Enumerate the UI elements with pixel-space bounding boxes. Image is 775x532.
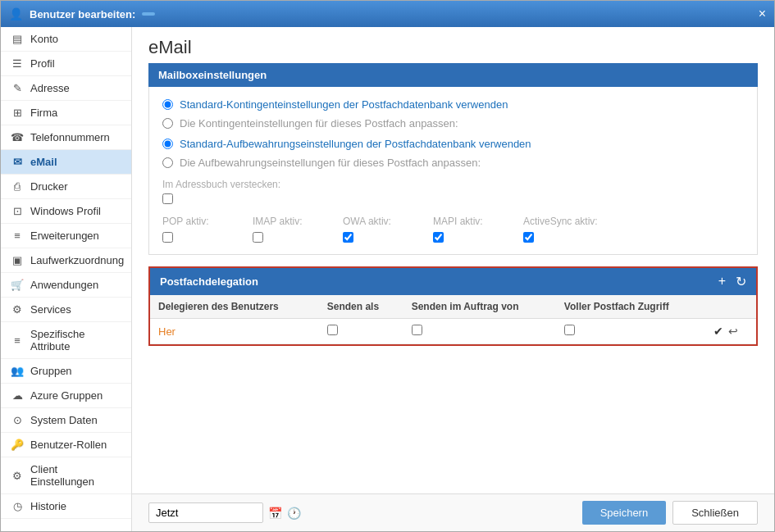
checkbox-0[interactable] bbox=[162, 232, 173, 243]
sidebar-label-client-einstellungen: Client Einstellungen bbox=[30, 463, 121, 488]
checkbox-col-label-2: OWA aktiv: bbox=[343, 216, 433, 227]
add-delegation-button[interactable]: + bbox=[718, 274, 726, 289]
telefonnummern-icon: ☎ bbox=[11, 131, 24, 143]
erweiterungen-icon: ≡ bbox=[11, 230, 24, 242]
voller-zugriff-0 bbox=[556, 319, 705, 344]
delegation-title: Postfachdelegation bbox=[160, 275, 258, 288]
checkbox-col-3: MAPI aktiv: bbox=[433, 216, 523, 243]
clock-icon[interactable]: 🕐 bbox=[287, 507, 301, 520]
sidebar-label-azure-gruppen: Azure Gruppen bbox=[30, 389, 103, 402]
checkbox-col-label-3: MAPI aktiv: bbox=[433, 216, 523, 227]
radio-kontingent-custom[interactable] bbox=[162, 118, 173, 129]
sidebar-item-windows-profil[interactable]: ⊡Windows Profil bbox=[1, 199, 131, 224]
email-icon: ✉ bbox=[11, 156, 24, 168]
radio-row-2: Die Kontingenteinstellungen für dieses P… bbox=[162, 117, 744, 130]
radio-aufbewahrung-custom[interactable] bbox=[162, 157, 173, 168]
col-header-2: Senden im Auftrag von bbox=[403, 295, 556, 319]
checkbox-3[interactable] bbox=[433, 232, 444, 243]
sidebar-item-services[interactable]: ⚙Services bbox=[1, 298, 131, 322]
main-window: 👤 Benutzer bearbeiten: × ▤Konto☰Profil✎A… bbox=[0, 0, 775, 532]
table-row: Her✔↩ bbox=[150, 319, 756, 344]
radio-label-1: Standard-Kontingenteinstellungen der Pos… bbox=[180, 98, 508, 111]
sidebar-label-services: Services bbox=[30, 303, 71, 316]
sidebar-item-telefonnummern[interactable]: ☎Telefonnummern bbox=[1, 125, 131, 150]
sidebar-item-firma[interactable]: ⊞Firma bbox=[1, 101, 131, 125]
col-header-1: Senden als bbox=[319, 295, 403, 319]
confirm-icon-0[interactable]: ✔ bbox=[713, 325, 723, 338]
sidebar-item-drucker[interactable]: ⎙Drucker bbox=[1, 175, 131, 199]
checkbox-col-0: POP aktiv: bbox=[162, 216, 253, 243]
checkboxes-grid: POP aktiv: IMAP aktiv: OWA aktiv: MAPI a… bbox=[162, 216, 744, 243]
profil-icon: ☰ bbox=[11, 57, 24, 70]
main-header: eMail bbox=[132, 27, 774, 63]
col-header-4 bbox=[705, 295, 756, 319]
voller-zugriff-cb-0[interactable] bbox=[564, 325, 575, 335]
senden-im-auftrag-cb-0[interactable] bbox=[412, 325, 422, 335]
sidebar-item-azure-gruppen[interactable]: ☁Azure Gruppen bbox=[1, 384, 131, 408]
hidden-field-row: Im Adressbuch verstecken: bbox=[162, 179, 744, 204]
page-title: eMail bbox=[148, 37, 758, 58]
sidebar-item-historie[interactable]: ◷Historie bbox=[1, 494, 131, 519]
checkbox-col-1: IMAP aktiv: bbox=[253, 216, 343, 243]
sidebar-item-profil[interactable]: ☰Profil bbox=[1, 52, 131, 76]
sidebar-item-system-daten[interactable]: ⊙System Daten bbox=[1, 408, 131, 433]
delegation-table: Delegieren des BenutzersSenden alsSenden… bbox=[150, 295, 756, 344]
sidebar-label-spezifische-attribute: Spezifische Attribute bbox=[30, 328, 121, 352]
spezifische-attribute-icon: ≡ bbox=[11, 334, 24, 347]
benutzer-rollen-icon: 🔑 bbox=[11, 439, 24, 451]
undo-icon-0[interactable]: ↩ bbox=[728, 325, 738, 338]
sidebar-label-telefonnummern: Telefonnummern bbox=[30, 131, 110, 143]
footer-right: Speichern Schließen bbox=[582, 501, 758, 525]
sidebar-label-gruppen: Gruppen bbox=[30, 365, 72, 377]
sidebar-item-client-einstellungen[interactable]: ⚙Client Einstellungen bbox=[1, 457, 131, 494]
sidebar-label-anwendungen: Anwendungen bbox=[30, 279, 98, 291]
laufwerkzuordnung-icon: ▣ bbox=[11, 254, 24, 266]
title-bar-label: Benutzer bearbeiten: bbox=[30, 8, 135, 20]
firma-icon: ⊞ bbox=[11, 107, 24, 119]
sidebar-item-laufwerkzuordnung[interactable]: ▣Laufwerkzuordnung bbox=[1, 248, 131, 273]
radio-kontingent-standard[interactable] bbox=[162, 99, 173, 110]
checkbox-1[interactable] bbox=[253, 232, 263, 243]
refresh-delegation-button[interactable]: ↻ bbox=[736, 274, 746, 289]
table-header-row: Delegieren des BenutzersSenden alsSenden… bbox=[150, 295, 756, 319]
mailbox-form: Standard-Kontingenteinstellungen der Pos… bbox=[148, 87, 758, 255]
radio-row-4: Die Aufbewahrungseinstellungen für diese… bbox=[162, 157, 744, 169]
sidebar-item-adresse[interactable]: ✎Adresse bbox=[1, 76, 131, 101]
sidebar-label-drucker: Drucker bbox=[30, 180, 68, 193]
title-bar: 👤 Benutzer bearbeiten: × bbox=[1, 1, 774, 27]
sidebar-item-konto[interactable]: ▤Konto bbox=[1, 27, 131, 52]
delegation-section: Postfachdelegation + ↻ Delegieren des Be… bbox=[148, 266, 758, 346]
sidebar-item-email[interactable]: ✉eMail bbox=[1, 150, 131, 175]
radio-label-4: Die Aufbewahrungseinstellungen für diese… bbox=[180, 157, 481, 169]
delegation-actions: + ↻ bbox=[718, 274, 746, 289]
save-button[interactable]: Speichern bbox=[582, 501, 667, 525]
checkbox-2[interactable] bbox=[343, 232, 353, 243]
main-body: Mailboxeinstellungen Standard-Kontingent… bbox=[132, 63, 774, 493]
hidden-checkbox[interactable] bbox=[162, 193, 173, 204]
col-header-3: Voller Postfach Zugriff bbox=[556, 295, 705, 319]
sidebar-item-erweiterungen[interactable]: ≡Erweiterungen bbox=[1, 224, 131, 248]
anwendungen-icon: 🛒 bbox=[11, 279, 24, 291]
date-input[interactable]: Jetzt bbox=[148, 502, 263, 523]
sidebar-item-anwendungen[interactable]: 🛒Anwendungen bbox=[1, 273, 131, 298]
footer-left: Jetzt 📅 🕐 bbox=[148, 502, 301, 523]
sidebar-label-konto: Konto bbox=[30, 33, 58, 45]
sidebar-item-spezifische-attribute[interactable]: ≡Spezifische Attribute bbox=[1, 322, 131, 359]
checkbox-4[interactable] bbox=[523, 232, 534, 243]
sidebar-item-benutzer-rollen[interactable]: 🔑Benutzer-Rollen bbox=[1, 433, 131, 457]
calendar-icon[interactable]: 📅 bbox=[268, 507, 282, 520]
sidebar-label-windows-profil: Windows Profil bbox=[30, 205, 101, 217]
radio-aufbewahrung-standard[interactable] bbox=[162, 139, 173, 149]
delegation-user-0[interactable]: Her bbox=[150, 319, 319, 344]
sidebar-item-gruppen[interactable]: 👥Gruppen bbox=[1, 359, 131, 384]
sidebar-label-historie: Historie bbox=[30, 500, 66, 512]
senden-als-cb-0[interactable] bbox=[327, 325, 338, 335]
checkbox-col-4: ActiveSync aktiv: bbox=[523, 216, 613, 243]
checkbox-col-label-1: IMAP aktiv: bbox=[253, 216, 343, 227]
senden-im-auftrag-0 bbox=[403, 319, 556, 344]
close-icon[interactable]: × bbox=[759, 7, 766, 21]
close-button[interactable]: Schließen bbox=[672, 501, 758, 525]
radio-row-1: Standard-Kontingenteinstellungen der Pos… bbox=[162, 98, 744, 111]
row-actions-0: ✔↩ bbox=[705, 319, 756, 344]
konto-icon: ▤ bbox=[11, 33, 24, 45]
